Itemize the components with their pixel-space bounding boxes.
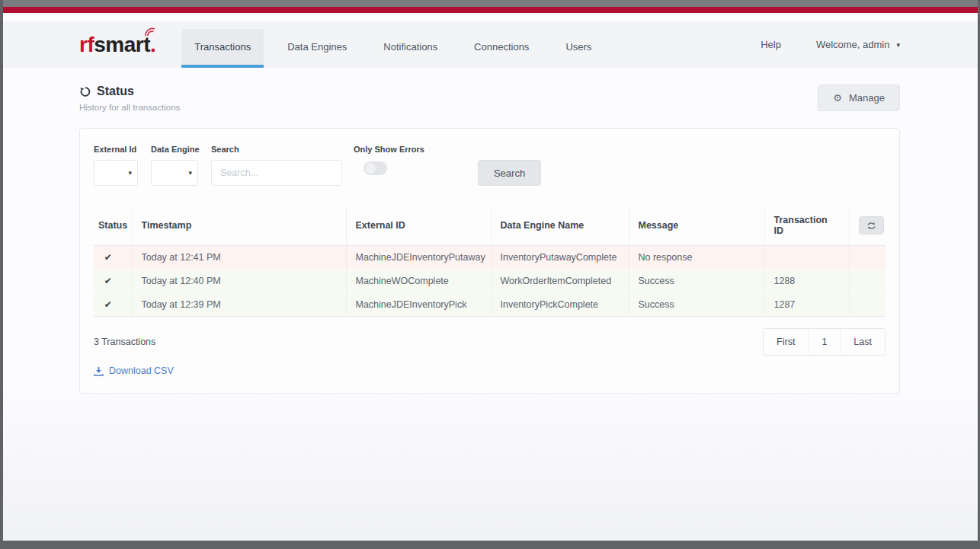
refresh-icon <box>866 222 876 230</box>
col-header-message: Message <box>629 208 764 246</box>
cell-actions <box>849 246 886 270</box>
only-show-errors-label: Only Show Errors <box>354 145 424 154</box>
tab-data-engines[interactable]: Data Engines <box>274 29 360 68</box>
chevron-down-icon: ▾ <box>128 169 132 177</box>
cell-data-engine: WorkOrderItemCompleted <box>491 270 629 293</box>
cell-actions <box>849 270 886 293</box>
refresh-button[interactable] <box>859 216 884 235</box>
page-subtitle: History for all transactions <box>79 103 180 112</box>
cell-message: Success <box>629 270 764 293</box>
table-footer: 3 Transactions First 1 Last <box>94 328 886 356</box>
search-input[interactable] <box>211 160 342 186</box>
page-header: Status History for all transactions ⚙ Ma… <box>79 85 900 112</box>
table-row[interactable]: ✔ Today at 12:39 PM MachineJDEInventoryP… <box>94 293 886 317</box>
table-row[interactable]: ✔ Today at 12:41 PM MachineJDEInventoryP… <box>94 246 886 270</box>
top-navbar: rfsmart. Transactions Data Engines Notif… <box>3 21 978 68</box>
transactions-table: Status Timestamp External ID Data Engine… <box>94 208 886 317</box>
transactions-panel: External Id ▾ Data Engine ▾ Search On <box>79 128 900 394</box>
col-header-timestamp: Timestamp <box>132 208 346 246</box>
signal-waves-icon <box>143 26 159 41</box>
tab-notifications[interactable]: Notifications <box>370 29 450 68</box>
cell-external-id: MachineWOComplete <box>346 270 491 293</box>
gear-icon: ⚙ <box>833 93 842 103</box>
download-csv-label: Download CSV <box>109 365 174 376</box>
search-button[interactable]: Search <box>478 160 541 186</box>
search-filter-label: Search <box>211 145 342 154</box>
status-check-icon: ✔ <box>94 270 132 293</box>
cell-timestamp: Today at 12:40 PM <box>132 270 346 293</box>
filter-bar: External Id ▾ Data Engine ▾ Search On <box>94 145 886 186</box>
external-id-select[interactable]: ▾ <box>94 160 138 186</box>
col-header-refresh <box>849 208 886 246</box>
cell-actions <box>849 293 886 317</box>
page-title: Status <box>97 85 134 98</box>
download-icon <box>94 366 104 376</box>
cell-data-engine: InventoryPutawayComplete <box>491 246 629 270</box>
manage-button-label: Manage <box>849 92 885 104</box>
main-nav-tabs: Transactions Data Engines Notifications … <box>181 21 604 68</box>
history-icon <box>79 86 91 97</box>
brand-accent-bar <box>3 7 978 13</box>
cell-transaction-id: 1287 <box>764 293 849 317</box>
only-show-errors-toggle[interactable] <box>363 161 387 175</box>
tab-users[interactable]: Users <box>552 29 604 68</box>
manage-button[interactable]: ⚙ Manage <box>818 85 900 111</box>
cell-message: No response <box>629 246 764 270</box>
pagination-page-1-button[interactable]: 1 <box>808 329 840 355</box>
cell-transaction-id <box>764 246 849 270</box>
data-engine-select[interactable]: ▾ <box>151 160 198 186</box>
window-chrome-bar <box>3 0 978 7</box>
page-content: Status History for all transactions ⚙ Ma… <box>3 68 978 394</box>
pagination: First 1 Last <box>763 328 886 356</box>
pagination-last-button[interactable]: Last <box>840 329 885 355</box>
status-check-icon: ✔ <box>94 293 132 317</box>
col-header-transaction-id: Transaction ID <box>764 208 849 246</box>
app-window: rfsmart. Transactions Data Engines Notif… <box>3 0 978 541</box>
navbar-right: Help Welcome, admin ▾ <box>761 21 900 68</box>
data-engine-filter-label: Data Engine <box>151 145 211 154</box>
cell-external-id: MachineJDEInventoryPick <box>346 293 491 317</box>
col-header-external-id: External ID <box>346 208 491 246</box>
tab-connections[interactable]: Connections <box>461 29 542 68</box>
cell-message: Success <box>629 293 764 317</box>
download-csv-link[interactable]: Download CSV <box>94 365 174 376</box>
cell-external-id: MachineJDEInventoryPutaway <box>346 246 491 270</box>
tab-transactions[interactable]: Transactions <box>181 29 264 68</box>
chevron-down-icon: ▾ <box>896 41 900 49</box>
cell-data-engine: InventoryPickComplete <box>491 293 629 317</box>
status-check-icon: ✔ <box>94 246 132 270</box>
external-id-filter-label: External Id <box>94 145 151 154</box>
pagination-first-button[interactable]: First <box>764 329 808 355</box>
col-header-data-engine: Data Engine Name <box>491 208 629 246</box>
user-menu[interactable]: Welcome, admin ▾ <box>816 39 900 50</box>
table-header-row: Status Timestamp External ID Data Engine… <box>94 208 886 246</box>
transaction-count: 3 Transactions <box>94 337 155 347</box>
cell-timestamp: Today at 12:39 PM <box>132 293 346 317</box>
cell-transaction-id: 1288 <box>764 270 849 293</box>
help-link[interactable]: Help <box>761 39 781 50</box>
col-header-status: Status <box>94 208 132 246</box>
table-row[interactable]: ✔ Today at 12:40 PM MachineWOComplete Wo… <box>94 270 886 293</box>
cell-timestamp: Today at 12:41 PM <box>132 246 346 270</box>
chevron-down-icon: ▾ <box>188 169 192 177</box>
rfsmart-logo[interactable]: rfsmart. <box>79 21 155 68</box>
user-menu-label: Welcome, admin <box>816 39 890 50</box>
